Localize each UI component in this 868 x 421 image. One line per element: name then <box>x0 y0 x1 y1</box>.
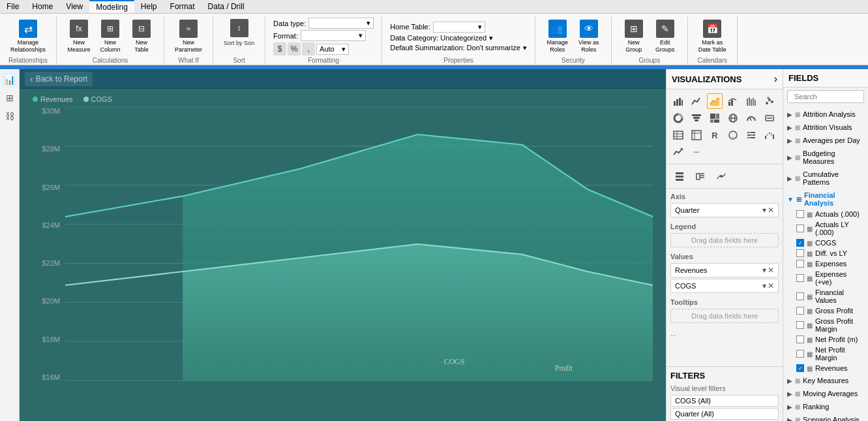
back-to-report-button[interactable]: ‹ Back to Report <box>25 72 93 86</box>
manage-roles-button[interactable]: 👥 ManageRoles <box>543 18 572 55</box>
treemap-icon[interactable] <box>707 110 723 126</box>
card-icon[interactable] <box>762 110 777 126</box>
sidebar-model-icon[interactable]: ⛓ <box>2 108 18 124</box>
view-as-roles-button[interactable]: 👁 View asRoles <box>575 18 603 55</box>
mark-as-date-table-button[interactable]: 📅 Mark asDate Table <box>696 18 729 55</box>
field-group-cumulative-header[interactable]: ▶ ⊞ Cumulative Patterns <box>783 168 868 188</box>
field-group-ranking-header[interactable]: ▶ ⊞ Ranking <box>783 401 868 413</box>
map-icon[interactable] <box>725 110 741 126</box>
format-config-icon[interactable] <box>691 167 710 185</box>
area-chart-icon[interactable] <box>707 93 723 109</box>
line-chart-icon[interactable] <box>689 93 704 109</box>
field-group-budgeting-header[interactable]: ▶ ⊞ Budgeting Measures <box>783 148 868 167</box>
main-area: 📊 ⊞ ⛓ ‹ Back to Report Revenues COGS <box>0 69 868 421</box>
properties-group-label: Properties <box>390 55 527 64</box>
percent-icon[interactable]: % <box>288 42 301 55</box>
r-visual-icon[interactable]: R <box>707 127 723 143</box>
field-item-diff[interactable]: ▦ Diff. vs LY <box>783 248 868 258</box>
axis-field-chevron[interactable]: ▾ <box>762 206 766 215</box>
field-item-expenses-pve[interactable]: ▦ Expenses (+ve) <box>783 269 868 287</box>
comma-icon[interactable]: , <box>302 42 315 55</box>
viz-icons-grid: R ... ··· <box>666 89 783 164</box>
revenues-field-chevron[interactable]: ▾ <box>762 266 766 275</box>
field-group-financial-header[interactable]: ▼ ⊞ Financial Analysis <box>783 189 868 209</box>
tab-help[interactable]: Help <box>134 0 164 13</box>
field-item-actuals[interactable]: ▦ Actuals (.000) <box>783 209 868 219</box>
sidebar-data-icon[interactable]: ⊞ <box>2 90 18 106</box>
revenues-field-close[interactable]: ✕ <box>768 266 774 275</box>
field-group-ranking: ▶ ⊞ Ranking <box>783 401 868 413</box>
combo-chart-icon[interactable] <box>725 93 741 109</box>
auto-dropdown[interactable]: Auto▾ <box>316 44 349 55</box>
new-parameter-button[interactable]: ≈ NewParameter <box>172 18 205 55</box>
new-measure-button[interactable]: fx NewMeasure <box>65 18 93 55</box>
tab-modeling[interactable]: Modeling <box>89 0 134 13</box>
tab-format[interactable]: Format <box>164 0 202 13</box>
more-options-button[interactable]: ... <box>670 328 779 339</box>
cogs-filter-tag[interactable]: COGS (All) <box>670 395 779 407</box>
data-type-dropdown[interactable]: ▾ <box>308 18 374 29</box>
tab-home[interactable]: Home <box>25 0 59 13</box>
field-item-cogs[interactable]: ✓ ▦ COGS <box>783 238 868 248</box>
scatter-chart-icon[interactable] <box>762 93 777 109</box>
gauge-icon[interactable] <box>743 110 759 126</box>
field-group-attrition-analysis-header[interactable]: ▶ ⊞ Attrition Analysis <box>783 108 868 120</box>
diff-label: Diff. vs LY <box>815 249 847 257</box>
y-label-22m: $22M <box>33 259 60 267</box>
field-group-scenario-header[interactable]: ▶ ⊞ Scenario Analysis <box>783 414 868 421</box>
donut-chart-icon[interactable] <box>670 110 686 126</box>
mark-as-date-table-icon: 📅 <box>703 20 721 38</box>
manage-relationships-button[interactable]: ⇄ ManageRelationships <box>8 18 48 55</box>
cogs-field-chevron[interactable]: ▾ <box>762 281 766 290</box>
svg-point-67 <box>720 175 723 178</box>
field-item-gross-profit-margin[interactable]: ▦ Gross Profit Margin <box>783 316 868 334</box>
field-item-actuals-ly[interactable]: ▦ Actuals LY (.000) <box>783 219 868 238</box>
fields-search-input[interactable] <box>794 93 868 101</box>
currency-icon[interactable]: $ <box>273 42 286 55</box>
quarter-filter-tag[interactable]: Quarter (All) <box>670 408 779 420</box>
slicer-icon[interactable] <box>743 127 759 143</box>
gross-profit-checkbox <box>796 307 804 315</box>
fields-config-icon[interactable] <box>670 167 689 185</box>
waterfall-icon[interactable] <box>762 127 777 143</box>
field-group-moving-averages-header[interactable]: ▶ ⊞ Moving Averages <box>783 388 868 399</box>
new-table-button[interactable]: ⊟ NewTable <box>127 18 156 55</box>
more-visuals-icon[interactable]: ··· <box>689 144 704 160</box>
home-table-dropdown[interactable]: ▾ <box>433 22 485 33</box>
calendars-group-label: Calendars <box>696 55 729 64</box>
svg-rect-58 <box>773 134 774 139</box>
custom-viz-icon[interactable]: ... <box>725 127 741 143</box>
new-column-button[interactable]: ⊞ NewColumn <box>96 18 125 55</box>
kpi-icon[interactable] <box>670 144 686 160</box>
tab-data-drill[interactable]: Data / Drill <box>202 0 251 13</box>
matrix-icon[interactable] <box>689 127 704 143</box>
field-item-net-profit-margin[interactable]: ▦ Net Profit Margin <box>783 345 868 363</box>
viz-expand-icon[interactable]: › <box>774 73 777 85</box>
new-group-button[interactable]: ⊞ NewGroup <box>620 18 648 55</box>
budgeting-arrow: ▶ <box>787 154 792 161</box>
tab-view[interactable]: View <box>59 0 89 13</box>
fields-search-box[interactable] <box>787 90 864 103</box>
tab-file[interactable]: File <box>0 0 25 13</box>
table-viz-icon[interactable] <box>670 127 686 143</box>
format-dropdown[interactable]: ▾ <box>301 30 366 41</box>
field-item-financial-values[interactable]: ▦ Financial Values <box>783 287 868 305</box>
bar-chart-icon[interactable] <box>670 93 686 109</box>
svg-rect-61 <box>676 176 683 178</box>
axis-field-close[interactable]: ✕ <box>768 206 774 215</box>
field-group-attrition-analysis: ▶ ⊞ Attrition Analysis <box>783 108 868 120</box>
field-item-expenses[interactable]: ▦ Expenses <box>783 258 868 269</box>
field-item-gross-profit[interactable]: ▦ Gross Profit <box>783 305 868 316</box>
sidebar-report-icon[interactable]: 📊 <box>2 72 18 87</box>
ribbon-chart-icon[interactable] <box>743 93 759 109</box>
field-item-net-profit-m[interactable]: ▦ Net Profit (m) <box>783 334 868 345</box>
funnel-chart-icon[interactable] <box>689 110 704 126</box>
edit-groups-button[interactable]: ✎ EditGroups <box>651 18 680 55</box>
field-item-revenues[interactable]: ✓ ▦ Revenues <box>783 363 868 373</box>
field-group-key-measures-header[interactable]: ▶ ⊞ Key Measures <box>783 375 868 386</box>
field-group-attrition-visuals-header[interactable]: ▶ ⊞ Attrition Visuals <box>783 121 868 133</box>
cogs-field-close[interactable]: ✕ <box>768 281 774 290</box>
field-group-averages-header[interactable]: ▶ ⊞ Averages per Day <box>783 134 868 146</box>
sort-by-column-button[interactable]: ↕ Sort by Son <box>221 18 257 48</box>
analytics-config-icon[interactable] <box>712 167 730 185</box>
